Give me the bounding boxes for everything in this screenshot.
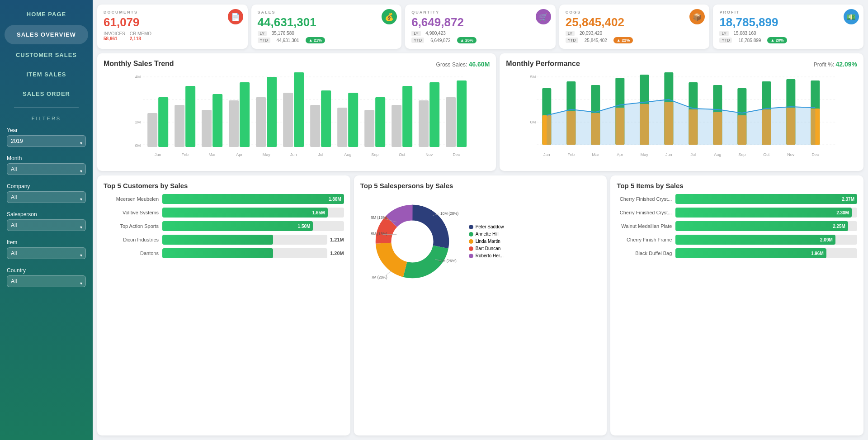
- filter-salesperson-select[interactable]: All: [7, 219, 86, 231]
- svg-text:Apr: Apr: [236, 152, 242, 157]
- kpi-profit-ytd: YTD 18,785,899 ▲ 20%: [719, 37, 857, 43]
- customer-val-inside-2: 1.50M: [298, 224, 311, 229]
- kpi-quantity-icon: 🛒: [536, 9, 551, 24]
- kpi-quantity-ly: LY 4,900,423: [411, 31, 549, 36]
- filter-country-select[interactable]: All: [7, 275, 86, 287]
- svg-rect-11: [202, 110, 212, 147]
- sidebar-item-item-sales[interactable]: ITEM SALES: [0, 65, 93, 84]
- item-fill-2: 2.25M: [675, 221, 848, 231]
- kpi-cogs-ytd: YTD 25,845,402 ▲ 22%: [566, 37, 703, 43]
- svg-text:0M: 0M: [530, 120, 536, 124]
- kpi-sales-ytd: YTD 44,631,301 ▲ 21%: [258, 37, 396, 43]
- svg-text:5M: 5M: [530, 75, 536, 79]
- top-items-title: Top 5 Items by Sales: [617, 182, 857, 189]
- kpi-profit-ly: LY 15,083,160: [719, 31, 857, 36]
- monthly-perf-chart: 5M 0M: [506, 72, 857, 163]
- kpi-quantity-ly-value: 4,900,423: [425, 31, 446, 36]
- customer-label-4: Dantons: [104, 251, 162, 256]
- top-customers-title: Top 5 Customers by Sales: [104, 182, 344, 189]
- svg-rect-17: [283, 93, 293, 147]
- customer-bar-row-2: Top Action Sports1.50M: [104, 221, 344, 231]
- monthly-trend-subtitle: Gross Sales: 46.60M: [436, 61, 490, 68]
- filter-month-label: Month: [7, 155, 86, 161]
- filter-item-select[interactable]: All: [7, 247, 86, 259]
- legend-label-roberto: Roberto Her...: [476, 253, 504, 258]
- item-bar-row-4: Black Duffel Bag1.96M: [617, 248, 857, 258]
- svg-text:Aug: Aug: [714, 152, 722, 157]
- item-label-3: Cherry Finish Frame: [617, 237, 675, 242]
- kpi-profit-icon: 💵: [844, 9, 859, 24]
- top-items-card: Top 5 Items by Sales Cherry Finished Cry…: [610, 175, 863, 435]
- customer-track-3: [162, 235, 327, 245]
- svg-text:Jun: Jun: [290, 152, 297, 157]
- kpi-invoices-value: 58,961: [104, 36, 125, 41]
- customer-track-0: 1.80M: [162, 194, 344, 204]
- legend-dot-annette: [469, 232, 473, 237]
- svg-text:Jan: Jan: [155, 152, 161, 157]
- filter-salesperson: Salesperson All: [0, 209, 93, 237]
- svg-text:Feb: Feb: [568, 152, 575, 157]
- sidebar-item-customer-sales[interactable]: CUSTOMER SALES: [0, 45, 93, 65]
- item-track-3: 2.09M: [675, 235, 857, 245]
- customer-label-2: Top Action Sports: [104, 223, 162, 229]
- svg-rect-30: [457, 80, 467, 147]
- kpi-cogs-title: COGS: [566, 10, 703, 14]
- svg-text:Nov: Nov: [788, 152, 795, 157]
- svg-rect-8: [158, 97, 168, 147]
- svg-text:7M (20%): 7M (20%): [371, 275, 387, 279]
- customer-val-inside-0: 1.80M: [329, 197, 341, 202]
- kpi-quantity-value: 6,649,872: [411, 15, 549, 29]
- svg-rect-27: [419, 100, 429, 147]
- customer-val-outside-4: 1.20M: [330, 251, 344, 256]
- sidebar-item-homepage[interactable]: HOME PAGE: [0, 5, 93, 24]
- item-label-4: Black Duffel Bag: [617, 251, 675, 256]
- legend-label-peter: Peter Saddow: [476, 224, 504, 229]
- svg-text:Mar: Mar: [208, 152, 216, 157]
- filter-month-select[interactable]: All: [7, 163, 86, 175]
- filter-company-select[interactable]: All: [7, 191, 86, 203]
- legend-bart: Bart Duncan: [469, 246, 504, 251]
- filter-year: Year 201920182017: [0, 125, 93, 153]
- customer-fill-3: [162, 235, 273, 245]
- svg-rect-18: [294, 72, 304, 147]
- svg-rect-15: [256, 97, 266, 147]
- item-label-0: Cherry Finished Cryst...: [617, 196, 675, 202]
- item-fill-0: 2.37M: [675, 194, 857, 204]
- kpi-profit-value: 18,785,899: [719, 15, 857, 29]
- sidebar-item-sales-overview[interactable]: SALES OVERVIEW: [5, 25, 88, 44]
- svg-text:5M (13%): 5M (13%): [371, 216, 387, 220]
- svg-text:Jan: Jan: [543, 152, 550, 157]
- svg-line-99: [385, 270, 392, 276]
- legend-dot-bart: [469, 246, 473, 251]
- filter-country-label: Country: [7, 267, 86, 274]
- svg-text:May: May: [263, 152, 271, 157]
- kpi-profit-title: PROFIT: [719, 10, 857, 14]
- kpi-sales-icon: 💰: [382, 9, 397, 24]
- legend-peter: Peter Saddow: [469, 224, 504, 229]
- customer-track-1: 1.65M: [162, 208, 344, 218]
- kpi-quantity-ytd: YTD 6,649,872 ▲ 26%: [411, 37, 549, 43]
- legend-dot-roberto: [469, 254, 473, 258]
- sidebar-divider: [14, 107, 79, 108]
- sidebar-item-sales-order[interactable]: SALES ORDER: [0, 84, 93, 104]
- item-bar-row-1: Cherry Finished Cryst...2.30M: [617, 208, 857, 218]
- svg-rect-16: [267, 77, 277, 147]
- top-salespersons-card: Top 5 Salespersons by Sales: [354, 175, 607, 435]
- customer-fill-4: [162, 248, 273, 258]
- svg-rect-25: [392, 105, 401, 147]
- svg-text:10M (28%): 10M (28%): [440, 212, 458, 216]
- filter-year-select[interactable]: 201920182017: [7, 135, 86, 147]
- customer-val-outside-3: 1.21M: [330, 237, 344, 242]
- kpi-cogs-ly: LY 20,093,420: [566, 31, 703, 36]
- customer-label-3: Dicon Industries: [104, 237, 162, 242]
- item-track-4: 1.96M: [675, 248, 857, 258]
- customer-fill-0: 1.80M: [162, 194, 344, 204]
- svg-text:0M: 0M: [135, 143, 141, 148]
- filter-country: Country All: [0, 265, 93, 293]
- svg-rect-14: [240, 82, 250, 147]
- kpi-sales-value: 44,631,301: [258, 15, 396, 29]
- monthly-perf-card: Monthly Performance Profit %: 42.09% 5M …: [500, 53, 863, 171]
- customer-label-0: Meersen Meubelen: [104, 196, 162, 202]
- bottom-row: Top 5 Customers by Sales Meersen Meubele…: [97, 175, 863, 435]
- svg-text:Dec: Dec: [812, 152, 820, 157]
